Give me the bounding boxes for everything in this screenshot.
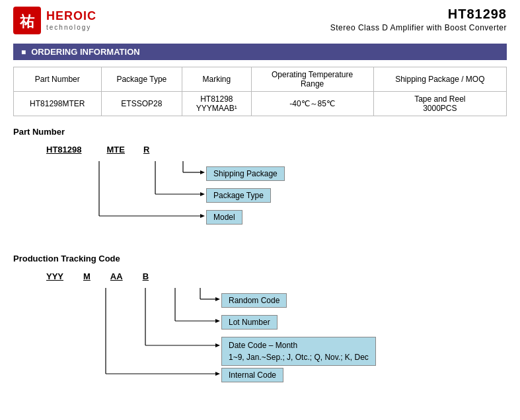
random-code-label: B bbox=[143, 271, 149, 281]
svg-marker-4 bbox=[200, 170, 205, 174]
svg-marker-13 bbox=[215, 297, 220, 301]
part-number-diagram: HT81298 MTE R Shipping Packag bbox=[46, 145, 507, 240]
random-code-text: Random Code bbox=[221, 293, 287, 308]
col-temp-range: Operating TemperatureRange bbox=[251, 67, 373, 92]
svg-text:祐: 祐 bbox=[19, 13, 35, 30]
heroic-logo-icon: 祐 bbox=[13, 7, 41, 34]
logo-tech-label: technology bbox=[46, 24, 96, 32]
year-code: YYY bbox=[46, 271, 63, 281]
main-part-subtitle: Stereo Class D Amplifier with Boost Conv… bbox=[330, 23, 507, 32]
cell-temp-range: -40℃～85℃ bbox=[251, 92, 373, 116]
shipping-package-box: Shipping Package bbox=[206, 166, 285, 181]
model-box: Model bbox=[206, 210, 242, 225]
table-header-row: Part Number Package Type Marking Operati… bbox=[14, 67, 507, 92]
part-number-subsection: Part Number HT81298 MTE R bbox=[13, 127, 507, 240]
col-shipping: Shipping Package / MOQ bbox=[373, 67, 506, 92]
date-code-box: Date Code – Month 1~9, Jan.~Sep.; J, Otc… bbox=[221, 337, 376, 366]
model-label: Model bbox=[206, 210, 242, 225]
model-code: HT81298 bbox=[46, 145, 81, 155]
col-marking: Marking bbox=[182, 67, 251, 92]
lot-code: AA bbox=[110, 271, 123, 281]
main-part-number: HT81298 bbox=[330, 7, 507, 22]
lot-number-text: Lot Number bbox=[221, 315, 278, 330]
internal-code-box: Internal Code bbox=[221, 368, 283, 382]
part-code-labels: HT81298 MTE R bbox=[46, 145, 149, 155]
logo-text: HEROIC technology bbox=[46, 9, 96, 32]
svg-marker-19 bbox=[215, 343, 220, 347]
logo-heroic-label: HEROIC bbox=[46, 9, 96, 24]
svg-marker-22 bbox=[215, 372, 220, 376]
package-type-label: Package Type bbox=[206, 188, 271, 203]
page-header: 祐 HEROIC technology HT81298 Stereo Class… bbox=[0, 0, 520, 38]
svg-marker-16 bbox=[215, 319, 220, 323]
ordering-table: Part Number Package Type Marking Operati… bbox=[13, 67, 507, 116]
production-diagram: YYY M AA B bbox=[46, 271, 507, 403]
date-code-text: Date Code – Month 1~9, Jan.~Sep.; J, Otc… bbox=[221, 337, 376, 366]
package-code: MTE bbox=[106, 145, 124, 155]
col-part-number: Part Number bbox=[14, 67, 102, 92]
cell-package-type: ETSSOP28 bbox=[101, 92, 182, 116]
random-code-box: Random Code bbox=[221, 293, 287, 308]
col-package-type: Package Type bbox=[101, 67, 182, 92]
part-number-title: Part Number bbox=[13, 127, 507, 137]
production-title: Production Tracking Code bbox=[13, 254, 507, 263]
ordering-section-header: ORDERING INFORMATION bbox=[13, 44, 507, 60]
logo-area: 祐 HEROIC technology bbox=[13, 7, 96, 34]
production-tracking-subsection: Production Tracking Code YYY M AA B bbox=[13, 254, 507, 403]
header-right: HT81298 Stereo Class D Amplifier with Bo… bbox=[330, 7, 507, 32]
cell-part-number: HT81298MTER bbox=[14, 92, 102, 116]
svg-marker-10 bbox=[200, 214, 205, 218]
prod-code-labels: YYY M AA B bbox=[46, 271, 149, 281]
cell-marking: HT81298YYYMAAB¹ bbox=[182, 92, 251, 116]
shipping-package-label: Shipping Package bbox=[206, 166, 285, 181]
table-row: HT81298MTER ETSSOP28 HT81298YYYMAAB¹ -40… bbox=[14, 92, 507, 116]
month-code: M bbox=[83, 271, 91, 281]
lot-number-box: Lot Number bbox=[221, 315, 278, 330]
package-type-box: Package Type bbox=[206, 188, 271, 203]
ordering-section-title: ORDERING INFORMATION bbox=[31, 47, 139, 57]
cell-shipping: Tape and Reel3000PCS bbox=[373, 92, 506, 116]
svg-marker-7 bbox=[200, 192, 205, 196]
internal-code-text: Internal Code bbox=[221, 368, 283, 382]
shipping-code: R bbox=[143, 145, 149, 155]
